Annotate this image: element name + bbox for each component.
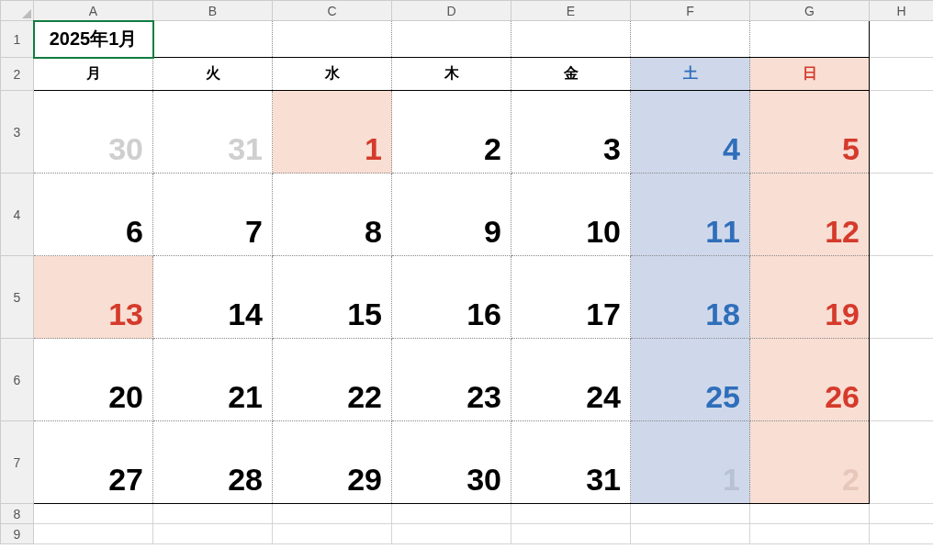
column-header-row: A B C D E F G H [1, 1, 934, 21]
day-cell[interactable]: 5 [750, 91, 870, 174]
day-cell[interactable]: 3 [511, 91, 631, 174]
cell-C1[interactable] [273, 21, 392, 58]
day-cell[interactable]: 23 [392, 339, 511, 421]
cell-B9[interactable] [153, 524, 273, 544]
day-cell[interactable]: 28 [153, 421, 273, 504]
day-cell[interactable]: 20 [34, 339, 153, 421]
cell-F8[interactable] [631, 504, 750, 524]
dow-sat[interactable]: 土 [631, 58, 750, 91]
col-header-H[interactable]: H [870, 1, 934, 21]
row-4-week2: 4 6 7 8 9 10 11 12 [1, 174, 934, 256]
day-cell[interactable]: 17 [511, 256, 631, 339]
col-header-E[interactable]: E [511, 1, 631, 21]
cell-A1-title[interactable]: 2025年1月 [34, 21, 153, 58]
day-cell[interactable]: 13 [34, 256, 153, 339]
day-cell[interactable]: 2 [392, 91, 511, 174]
day-cell[interactable]: 1 [631, 421, 750, 504]
day-cell[interactable]: 27 [34, 421, 153, 504]
cell-D8[interactable] [392, 504, 511, 524]
cell-H5[interactable] [870, 256, 934, 339]
dow-thu[interactable]: 木 [392, 58, 511, 91]
row-header-9[interactable]: 9 [1, 524, 34, 544]
cell-H4[interactable] [870, 174, 934, 256]
cell-E1[interactable] [511, 21, 631, 58]
day-cell[interactable]: 25 [631, 339, 750, 421]
grid[interactable]: A B C D E F G H 1 2025年1月 2 月 火 水 木 金 土 … [0, 0, 933, 544]
cell-H2[interactable] [870, 58, 934, 91]
cell-F1[interactable] [631, 21, 750, 58]
cell-G9[interactable] [750, 524, 870, 544]
day-cell[interactable]: 15 [273, 256, 392, 339]
row-header-1[interactable]: 1 [1, 21, 34, 58]
col-header-B[interactable]: B [153, 1, 273, 21]
cell-C8[interactable] [273, 504, 392, 524]
day-cell[interactable]: 30 [392, 421, 511, 504]
day-cell[interactable]: 10 [511, 174, 631, 256]
cell-H8[interactable] [870, 504, 934, 524]
cell-D9[interactable] [392, 524, 511, 544]
row-3-week1: 3 30 31 1 2 3 4 5 [1, 91, 934, 174]
cell-C9[interactable] [273, 524, 392, 544]
day-cell[interactable]: 16 [392, 256, 511, 339]
row-header-3[interactable]: 3 [1, 91, 34, 174]
day-cell[interactable]: 21 [153, 339, 273, 421]
row-header-6[interactable]: 6 [1, 339, 34, 421]
cell-G1[interactable] [750, 21, 870, 58]
row-header-7[interactable]: 7 [1, 421, 34, 504]
cell-H9[interactable] [870, 524, 934, 544]
day-cell[interactable]: 8 [273, 174, 392, 256]
day-cell[interactable]: 6 [34, 174, 153, 256]
row-7-week5: 7 27 28 29 30 31 1 2 [1, 421, 934, 504]
spreadsheet[interactable]: A B C D E F G H 1 2025年1月 2 月 火 水 木 金 土 … [0, 0, 933, 544]
day-cell[interactable]: 14 [153, 256, 273, 339]
day-cell[interactable]: 11 [631, 174, 750, 256]
dow-mon[interactable]: 月 [34, 58, 153, 91]
cell-H3[interactable] [870, 91, 934, 174]
day-cell[interactable]: 26 [750, 339, 870, 421]
col-header-A[interactable]: A [34, 1, 153, 21]
day-cell[interactable]: 9 [392, 174, 511, 256]
row-header-4[interactable]: 4 [1, 174, 34, 256]
cell-B1[interactable] [153, 21, 273, 58]
cell-G8[interactable] [750, 504, 870, 524]
day-cell[interactable]: 1 [273, 91, 392, 174]
dow-wed[interactable]: 水 [273, 58, 392, 91]
day-cell[interactable]: 22 [273, 339, 392, 421]
cell-A9[interactable] [34, 524, 153, 544]
col-header-D[interactable]: D [392, 1, 511, 21]
cell-F9[interactable] [631, 524, 750, 544]
row-header-5[interactable]: 5 [1, 256, 34, 339]
cell-H7[interactable] [870, 421, 934, 504]
day-cell[interactable]: 29 [273, 421, 392, 504]
row-8: 8 [1, 504, 934, 524]
col-header-G[interactable]: G [750, 1, 870, 21]
day-cell[interactable]: 18 [631, 256, 750, 339]
col-header-C[interactable]: C [273, 1, 392, 21]
row-header-2[interactable]: 2 [1, 58, 34, 91]
cell-H1[interactable] [870, 21, 934, 58]
day-cell[interactable]: 12 [750, 174, 870, 256]
cell-B8[interactable] [153, 504, 273, 524]
dow-sun[interactable]: 日 [750, 58, 870, 91]
day-cell[interactable]: 7 [153, 174, 273, 256]
day-cell[interactable]: 31 [153, 91, 273, 174]
row-header-8[interactable]: 8 [1, 504, 34, 524]
day-cell[interactable]: 19 [750, 256, 870, 339]
day-cell[interactable]: 2 [750, 421, 870, 504]
dow-fri[interactable]: 金 [511, 58, 631, 91]
cell-E9[interactable] [511, 524, 631, 544]
cell-E8[interactable] [511, 504, 631, 524]
day-cell[interactable]: 31 [511, 421, 631, 504]
row-6-week4: 6 20 21 22 23 24 25 26 [1, 339, 934, 421]
day-cell[interactable]: 4 [631, 91, 750, 174]
cell-D1[interactable] [392, 21, 511, 58]
cell-H6[interactable] [870, 339, 934, 421]
select-all-corner[interactable] [1, 1, 34, 21]
day-cell[interactable]: 30 [34, 91, 153, 174]
col-header-F[interactable]: F [631, 1, 750, 21]
dow-tue[interactable]: 火 [153, 58, 273, 91]
row-9: 9 [1, 524, 934, 544]
day-cell[interactable]: 24 [511, 339, 631, 421]
row-5-week3: 5 13 14 15 16 17 18 19 [1, 256, 934, 339]
cell-A8[interactable] [34, 504, 153, 524]
